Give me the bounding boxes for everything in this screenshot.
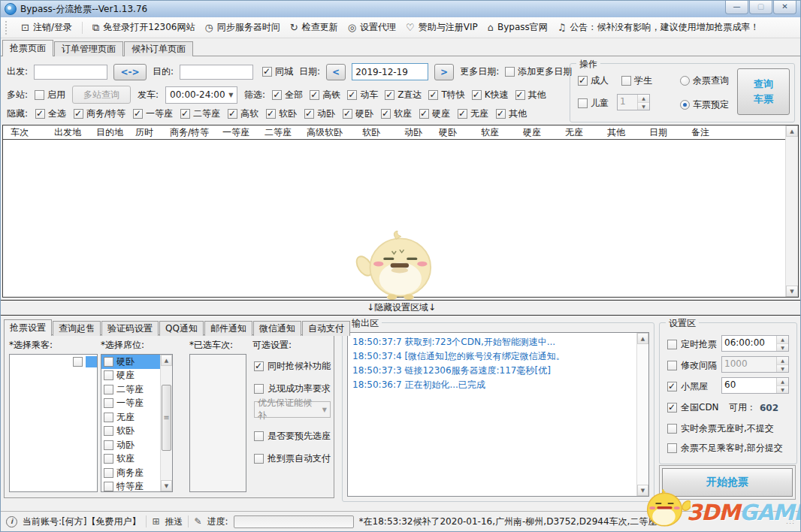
- tab-waitlist-orders[interactable]: 候补订单页面: [124, 41, 193, 56]
- national-cdn-checkbox[interactable]: 全国CDN: [667, 401, 719, 414]
- col-duration[interactable]: 历时: [128, 126, 162, 139]
- preselect-seat-checkbox[interactable]: 是否要预先选座: [254, 430, 331, 443]
- tab-qq-notify[interactable]: QQ通知: [159, 321, 204, 336]
- scroll-up-icon[interactable]: [161, 355, 172, 366]
- col-deluxe-sleeper[interactable]: 高级软卧: [299, 126, 355, 139]
- filter-checkbox-gaotie[interactable]: 高铁: [310, 89, 340, 101]
- spinner-down-icon[interactable]: [777, 386, 788, 394]
- tab-grab-settings[interactable]: 抢票设置: [4, 319, 52, 336]
- child-count-stepper[interactable]: 1: [617, 94, 650, 110]
- hide-checkbox-7[interactable]: 硬卧: [343, 107, 373, 120]
- col-dest[interactable]: 目的地: [89, 126, 128, 139]
- date-prev-button[interactable]: <: [326, 64, 346, 80]
- blackroom-stepper[interactable]: 60: [721, 377, 789, 394]
- selected-trains-listbox[interactable]: [189, 354, 246, 492]
- interval-checkbox[interactable]: 修改间隔: [667, 359, 717, 372]
- seat-option-6[interactable]: 动卧: [101, 438, 161, 452]
- col-second-class[interactable]: 二等座: [257, 126, 299, 139]
- minimize-button[interactable]: —: [725, 1, 748, 14]
- seat-option-9[interactable]: 特等座: [101, 480, 161, 493]
- col-train-no[interactable]: 车次: [3, 126, 47, 139]
- check-update-button[interactable]: ↻检查更新: [290, 21, 338, 34]
- seat-list-scrollbar[interactable]: [160, 355, 172, 491]
- sponsor-vip-button[interactable]: ♡赞助与注册VIP: [406, 21, 478, 34]
- seat-option-0[interactable]: 硬卧: [101, 355, 161, 369]
- partial-submit-checkbox[interactable]: 余票不足乘客时,部分提交: [667, 442, 783, 455]
- tab-auto-pay[interactable]: 自动支付: [302, 321, 350, 336]
- seat-option-1[interactable]: 硬座: [101, 369, 161, 383]
- hide-checkbox-9[interactable]: 硬座: [419, 107, 450, 120]
- dest-input[interactable]: [180, 65, 253, 80]
- auto-pay-checkbox[interactable]: 抢到票自动支付: [254, 452, 331, 465]
- seat-option-8[interactable]: 商务座: [101, 466, 161, 480]
- date-next-button[interactable]: >: [434, 64, 454, 80]
- col-depart[interactable]: 出发地: [47, 126, 89, 139]
- scroll-up-icon[interactable]: [786, 125, 798, 137]
- ticket-booking-radio[interactable]: 车票预定: [680, 98, 729, 111]
- blackroom-checkbox[interactable]: 小黑屋: [667, 380, 708, 393]
- table-scrollbar[interactable]: [785, 125, 798, 297]
- col-hard-seat[interactable]: 硬座: [515, 126, 558, 139]
- tab-query-onsale[interactable]: 查询起售: [53, 321, 101, 336]
- output-scrollbar[interactable]: [636, 333, 648, 496]
- filter-checkbox-t[interactable]: T特快: [428, 89, 464, 101]
- tab-captcha-settings[interactable]: 验证码设置: [101, 321, 159, 336]
- col-no-seat[interactable]: 无座: [558, 126, 600, 139]
- resize-grip[interactable]: .::: [786, 518, 795, 525]
- date-input[interactable]: 2019-12-19: [352, 63, 428, 80]
- adult-checkbox[interactable]: 成人: [578, 74, 609, 87]
- sync-time-button[interactable]: ◷同步服务器时间: [204, 21, 280, 34]
- seat-option-2[interactable]: 二等座: [101, 382, 161, 397]
- proxy-settings-button[interactable]: ◎设置代理: [348, 21, 396, 34]
- col-soft-seat[interactable]: 软座: [473, 126, 515, 139]
- remaining-query-radio[interactable]: 余票查询: [680, 74, 729, 87]
- seat-option-5[interactable]: 软卧: [101, 425, 161, 439]
- spinner-up-icon[interactable]: [777, 378, 788, 386]
- hide-checkbox-5[interactable]: 软卧: [266, 107, 297, 120]
- filter-checkbox-other[interactable]: 其他: [515, 89, 546, 101]
- timed-grab-time-stepper[interactable]: 06:00:00: [721, 335, 789, 352]
- filter-checkbox-all[interactable]: 全部: [272, 89, 303, 101]
- col-emu-sleeper[interactable]: 动卧: [397, 126, 431, 139]
- hide-checkbox-10[interactable]: 无座: [458, 107, 488, 120]
- col-business[interactable]: 商务/特等: [162, 126, 215, 139]
- col-other[interactable]: 其他: [600, 126, 642, 139]
- hide-checkbox-11[interactable]: 其他: [496, 107, 527, 120]
- col-remark[interactable]: 备注: [684, 126, 774, 139]
- col-hard-sleeper[interactable]: 硬卧: [431, 126, 473, 139]
- tab-mail-notify[interactable]: 邮件通知: [204, 321, 252, 336]
- seat-option-3[interactable]: 一等座: [101, 397, 161, 411]
- spinner-up-icon[interactable]: [777, 357, 788, 365]
- spinner-down-icon[interactable]: [638, 103, 649, 110]
- depart-input[interactable]: [34, 65, 107, 80]
- passenger-item[interactable]: [10, 355, 97, 369]
- scroll-up-icon[interactable]: [637, 333, 648, 344]
- push-button[interactable]: 推送: [165, 515, 183, 528]
- hide-checkbox-8[interactable]: 软座: [381, 107, 412, 120]
- col-first-class[interactable]: 一等座: [215, 126, 257, 139]
- spinner-down-icon[interactable]: [777, 365, 788, 373]
- hide-checkbox-1[interactable]: 商务/特等: [74, 107, 125, 120]
- scroll-down-icon[interactable]: [637, 485, 648, 496]
- open-12306-button[interactable]: ⧉免登录打开12306网站: [92, 21, 195, 34]
- logout-login-button[interactable]: ⊡注销/登录: [21, 21, 72, 34]
- passenger-listbox[interactable]: [9, 354, 98, 492]
- output-log[interactable]: 18:50:37:7 获取到:723个CDN,开始智能测速中... 18:50:…: [347, 332, 649, 497]
- hide-checkbox-3[interactable]: 二等座: [180, 107, 220, 120]
- timed-grab-checkbox[interactable]: 定时抢票: [667, 338, 717, 351]
- interval-stepper[interactable]: 1000: [721, 356, 789, 373]
- filter-checkbox-z[interactable]: Z直达: [385, 89, 422, 101]
- spinner-up-icon[interactable]: [777, 336, 788, 344]
- tab-wechat-notify[interactable]: 微信通知: [253, 321, 301, 336]
- col-date[interactable]: 日期: [642, 126, 684, 139]
- col-soft-sleeper[interactable]: 软卧: [355, 126, 397, 139]
- official-site-button[interactable]: ⌂Bypass官网: [488, 21, 548, 34]
- seat-listbox[interactable]: 硬卧 硬座 二等座 一等座 无座 软卧 动卧 软座 商务座 特等座: [101, 354, 173, 492]
- spinner-up-icon[interactable]: [638, 95, 649, 103]
- no-seat-no-submit-checkbox[interactable]: 实时余票无座时,不提交: [667, 422, 774, 435]
- scroll-down-icon[interactable]: [786, 286, 798, 297]
- swap-stations-button[interactable]: <->: [113, 64, 147, 80]
- close-button[interactable]: ✕: [773, 1, 796, 14]
- depart-time-select[interactable]: 00:00-24:00▼: [165, 86, 237, 104]
- child-checkbox[interactable]: 儿童: [578, 97, 609, 110]
